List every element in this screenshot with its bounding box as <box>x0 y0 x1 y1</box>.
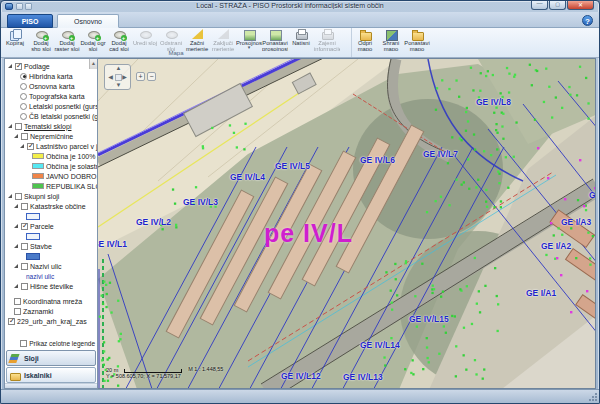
tree-item-label[interactable]: 229_urb_arh_kraj_zas <box>17 318 87 325</box>
pic-icon <box>269 29 282 40</box>
ribbon-button-dodaj-cad-sloj[interactable]: Dodaj cad sloj <box>106 29 132 51</box>
zone-big-label: pe IV/L <box>264 219 353 248</box>
zone-label-ge-iv-l7: GE IV/L7 <box>423 149 458 159</box>
tree-item-label[interactable]: Nepremičnine <box>30 133 73 140</box>
tree-item-label[interactable]: Skupni sloji <box>24 193 59 200</box>
zone-label-g: G <box>589 190 596 200</box>
help-icon[interactable]: ? <box>582 15 593 26</box>
tree-expander-icon[interactable] <box>14 134 18 138</box>
tree-item-label[interactable]: Letalski posnetki (gurs) <box>29 103 97 110</box>
zoom-in-button[interactable]: + <box>136 72 145 81</box>
layer-checkbox[interactable] <box>8 318 15 325</box>
quick-access-button-1[interactable] <box>16 3 23 10</box>
quick-access-button-2[interactable] <box>25 3 32 10</box>
tree-expander-icon[interactable] <box>8 194 12 198</box>
pan-left-icon[interactable]: ◀ <box>107 74 114 81</box>
layer-checkbox[interactable] <box>27 143 34 150</box>
pan-up-icon[interactable]: ▲ <box>115 65 122 72</box>
tree-item-label[interactable]: Hibridna karta <box>29 73 73 80</box>
tree-item-label[interactable]: Katastrske občine <box>30 203 86 210</box>
tree-item-label[interactable]: Podlage <box>24 63 50 70</box>
status-bar <box>1 389 599 403</box>
ribbon-button-dodaj-ogr-sloj[interactable]: Dodaj ogr sloj <box>80 29 106 51</box>
ribbon-button-ponastavi-mapo[interactable]: Ponastavi mapo <box>404 29 430 51</box>
ribbon-button-kopiraj[interactable]: Kopiraj <box>2 29 28 51</box>
tree-item-label[interactable]: Topografska karta <box>29 93 85 100</box>
tree-expander-icon[interactable] <box>14 264 18 268</box>
ribbon-button-dodaj-shp-sloj[interactable]: Dodaj shp sloj <box>28 29 54 51</box>
pan-right-icon[interactable]: ▶ <box>121 74 128 81</box>
tree-scrollbar-up[interactable]: ▲ <box>89 59 97 69</box>
tree-expander-icon[interactable] <box>14 224 18 228</box>
tree-item-topografska-karta: Topografska karta <box>6 91 97 101</box>
layer-checkbox[interactable] <box>21 263 28 270</box>
layer-checkbox[interactable] <box>14 298 21 305</box>
tree-item-label[interactable]: Zaznamki <box>23 308 53 315</box>
map-pan-control[interactable]: ▲ ▼ ◀ ▶ <box>104 64 131 90</box>
tree-expander-icon[interactable] <box>8 64 12 68</box>
layer-checkbox[interactable] <box>15 193 22 200</box>
layer-checkbox[interactable] <box>14 308 21 315</box>
minimize-button[interactable] <box>531 1 548 10</box>
layer-checkbox[interactable] <box>21 203 28 210</box>
layer-checkbox[interactable] <box>21 243 28 250</box>
tree-expander-icon[interactable] <box>14 244 18 248</box>
ribbon-button-za-ni-merjenje[interactable]: Začni merjenje <box>184 29 210 51</box>
tree-item-label[interactable]: Tematski sklopi <box>24 123 71 130</box>
tree-item-label[interactable]: Koordinatna mreža <box>23 298 82 305</box>
tree-expander-icon[interactable] <box>14 284 18 288</box>
map-scale-info: 20 m M 1 : 1.448,55 Y = 508.605,70; X = … <box>106 366 223 380</box>
tree-item-swatch <box>6 231 97 241</box>
ribbon-button-shrani-mapo[interactable]: Shrani mapo <box>378 29 404 51</box>
basemap-radio[interactable] <box>20 73 27 80</box>
panel-bar-sloji[interactable]: Sloji <box>6 350 96 366</box>
titlebar[interactable]: Local - STRAŽA - PISO Prostorski informa… <box>1 1 599 12</box>
tree-item-label[interactable]: Stavbe <box>30 243 52 250</box>
ribbon-button-prosojnost[interactable]: Prosojnost▾ <box>236 29 262 51</box>
map-viewport[interactable]: GE IV/L1GE IV/L2GE IV/L3GE IV/L4GE IV/L5… <box>98 58 596 389</box>
tree-item-label[interactable]: Parcele <box>30 223 54 230</box>
ribbon-button-ponastavi-prosojnost[interactable]: Ponastavi prosojnost <box>262 29 288 51</box>
basemap-radio[interactable] <box>20 103 27 110</box>
tree-item-koordinatna-mre-a: Koordinatna mreža <box>6 296 97 306</box>
tree-item-label[interactable]: Nazivi ulic <box>30 263 62 270</box>
disc-icon <box>165 29 178 40</box>
resize-grip[interactable] <box>588 392 597 401</box>
tree-item-label[interactable]: Osnovna karta <box>29 83 75 90</box>
pan-down-icon[interactable]: ▼ <box>115 82 122 89</box>
basemap-radio[interactable] <box>20 83 27 90</box>
tree-expander-icon[interactable] <box>14 204 18 208</box>
tree-item-label[interactable]: Lastništvo parcel v javni lasti <box>36 143 97 150</box>
measure-icon <box>191 29 204 40</box>
app-icon[interactable] <box>5 3 13 10</box>
ribbon-button-dodaj-raster-sloj[interactable]: Dodaj raster sloj <box>54 29 80 51</box>
maximize-button[interactable] <box>549 1 566 10</box>
show-full-legend-checkbox[interactable] <box>20 340 27 347</box>
basemap-radio[interactable] <box>20 113 27 120</box>
pan-center[interactable] <box>115 74 122 81</box>
tree-item-label: JAVNO DOBRO, SPLOŠNO <box>46 173 97 180</box>
sidebar-footer <box>5 383 97 388</box>
layer-checkbox[interactable] <box>21 133 28 140</box>
ribbon-button-odpri-mapo[interactable]: Odpri mapo <box>352 29 378 51</box>
layer-checkbox[interactable] <box>15 63 22 70</box>
tab-piso[interactable]: PISO <box>7 14 53 28</box>
ribbon-button-uredi-sloj: Uredi sloj <box>132 29 158 51</box>
ribbon-button-natisni[interactable]: Natisni <box>288 29 314 51</box>
tree-item-label[interactable]: Hišne številke <box>30 283 73 290</box>
basemap-radio[interactable] <box>20 93 27 100</box>
tree-item-label: nazivi ulic <box>26 273 54 280</box>
tree-expander-icon[interactable] <box>8 124 12 128</box>
tree-item-label[interactable]: ČB letalski posnetki (gurs-arhiv) <box>29 113 97 120</box>
tab-osnovno[interactable]: Osnovno <box>57 14 119 28</box>
zoom-out-button[interactable]: − <box>147 72 156 81</box>
close-button[interactable] <box>567 1 594 10</box>
tree-expander-icon[interactable] <box>20 144 24 148</box>
zone-label-ge-iv-l1: GE IV/L1 <box>98 239 127 249</box>
layer-checkbox[interactable] <box>21 223 28 230</box>
layer-checkbox[interactable] <box>15 123 22 130</box>
tree-item-hibridna-karta: Hibridna karta <box>6 71 97 81</box>
map-scale-ratio: M 1 : 1.448,55 <box>188 366 223 373</box>
layer-checkbox[interactable] <box>21 283 28 290</box>
panel-bar-iskalniki[interactable]: Iskalniki <box>6 367 96 383</box>
